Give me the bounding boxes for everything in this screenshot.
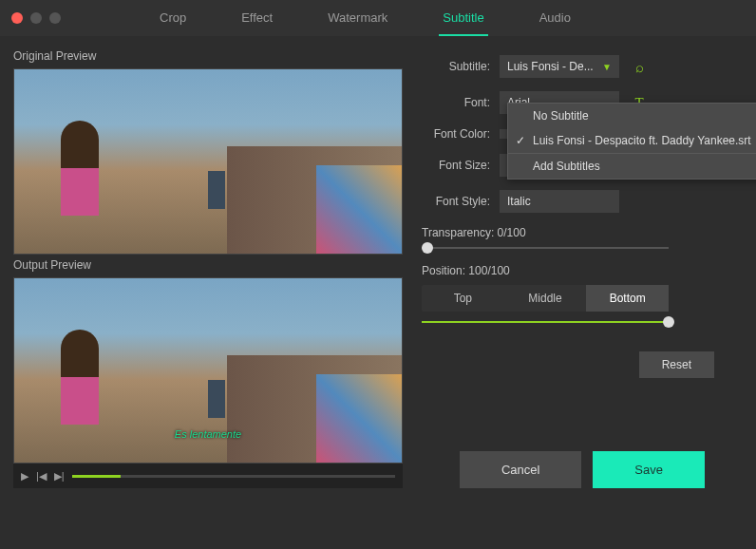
tab-effect[interactable]: Effect	[237, 1, 276, 36]
tab-audio[interactable]: Audio	[536, 1, 575, 36]
footer-buttons: Cancel Save	[460, 451, 705, 488]
font-color-label: Font Color:	[422, 127, 490, 141]
close-window-button[interactable]	[11, 12, 23, 24]
subtitle-dropdown: No Subtitle ✓Luis Fonsi - Despacito ft. …	[507, 103, 756, 180]
tab-subtitle[interactable]: Subtitle	[439, 1, 487, 36]
position-slider[interactable]	[422, 321, 669, 323]
position-top-button[interactable]: Top	[422, 285, 504, 312]
prev-button[interactable]: |◀	[36, 470, 47, 483]
settings-panel: Subtitle: Luis Fonsi - De...▼ ⌕ Font: Ar…	[416, 46, 743, 488]
player-controls: ▶ |◀ ▶|	[13, 464, 403, 488]
minimize-window-button[interactable]	[30, 12, 42, 24]
original-preview	[13, 68, 403, 255]
font-style-label: Font Style:	[422, 195, 490, 208]
tab-crop[interactable]: Crop	[156, 1, 190, 36]
subtitle-overlay: Es lentamente	[175, 428, 241, 440]
position-middle-button[interactable]: Middle	[504, 285, 587, 312]
original-preview-label: Original Preview	[13, 49, 403, 63]
main-tabs: Crop Effect Watermark Subtitle Audio	[156, 1, 575, 36]
check-icon: ✓	[516, 134, 525, 147]
output-preview: Es lentamente	[13, 277, 403, 464]
subtitle-select[interactable]: Luis Fonsi - De...▼	[500, 55, 619, 78]
save-button[interactable]: Save	[593, 451, 705, 488]
dropdown-item-file[interactable]: ✓Luis Fonsi - Despacito ft. Daddy Yankee…	[508, 128, 756, 153]
cancel-button[interactable]: Cancel	[460, 451, 581, 488]
tab-watermark[interactable]: Watermark	[324, 1, 391, 36]
reset-button[interactable]: Reset	[639, 351, 714, 378]
preview-column: Original Preview Output Preview Es lenta…	[13, 46, 403, 488]
window-controls	[11, 12, 61, 24]
font-label: Font:	[422, 96, 490, 109]
chevron-down-icon: ▼	[602, 62, 612, 72]
transparency-label: Transparency: 0/100	[422, 226, 737, 239]
output-preview-label: Output Preview	[13, 258, 403, 272]
font-style-select[interactable]: Italic	[500, 190, 619, 213]
maximize-window-button[interactable]	[49, 12, 61, 24]
play-button[interactable]: ▶	[21, 470, 28, 483]
dropdown-item-no-subtitle[interactable]: No Subtitle	[508, 104, 756, 128]
font-size-label: Font Size:	[422, 159, 490, 172]
next-button[interactable]: ▶|	[54, 470, 65, 483]
subtitle-label: Subtitle:	[422, 60, 490, 73]
position-bottom-button[interactable]: Bottom	[586, 285, 669, 312]
titlebar: Crop Effect Watermark Subtitle Audio	[0, 0, 756, 36]
dropdown-item-add[interactable]: Add Subtitles	[508, 153, 756, 179]
progress-bar[interactable]	[72, 475, 395, 478]
transparency-slider[interactable]	[422, 247, 669, 249]
search-icon[interactable]: ⌕	[629, 56, 650, 77]
position-label: Position: 100/100	[422, 264, 737, 277]
position-toggle: Top Middle Bottom	[422, 285, 669, 312]
